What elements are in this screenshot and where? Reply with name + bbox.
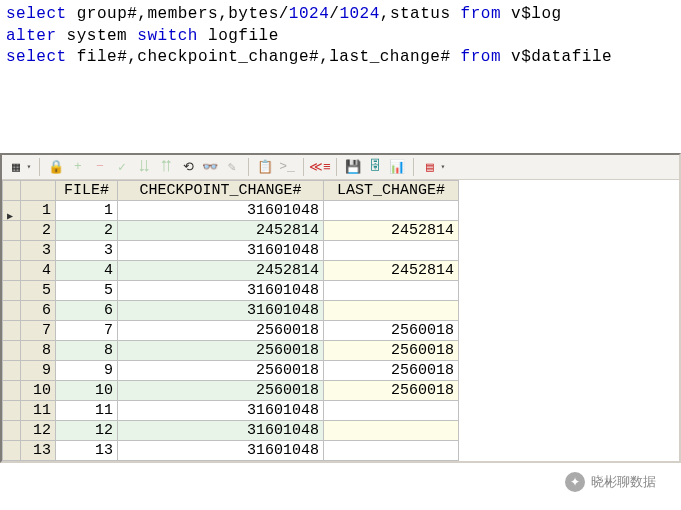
cell-file[interactable]: 11	[56, 400, 118, 420]
row-indicator	[3, 280, 21, 300]
single-record-icon[interactable]: 📋	[256, 158, 274, 176]
cell-checkpoint[interactable]: 2452814	[118, 220, 324, 240]
row-indicator	[3, 320, 21, 340]
cell-lastchange[interactable]	[324, 240, 459, 260]
row-indicator: ▶	[3, 200, 21, 220]
cell-lastchange[interactable]	[324, 300, 459, 320]
row-number: 5	[21, 280, 56, 300]
cell-file[interactable]: 5	[56, 280, 118, 300]
row-number: 7	[21, 320, 56, 340]
chart-icon[interactable]: 📊	[388, 158, 406, 176]
results-panel: ▦▾ 🔒 + − ✓ ⮇ ⮅ ⟲ 👓 ✎ 📋 >_ ≪≡ 💾 🗄 📊 ▤▾ FI…	[0, 153, 681, 463]
row-indicator	[3, 220, 21, 240]
list-icon[interactable]: ▤	[421, 158, 439, 176]
table-row[interactable]: 121231601048	[3, 420, 459, 440]
row-number: 11	[21, 400, 56, 420]
fetch-all-icon: ⮅	[157, 158, 175, 176]
row-indicator	[3, 260, 21, 280]
cell-checkpoint[interactable]: 31601048	[118, 280, 324, 300]
cell-file[interactable]: 12	[56, 420, 118, 440]
cell-checkpoint[interactable]: 31601048	[118, 240, 324, 260]
row-indicator	[3, 300, 21, 320]
cell-lastchange[interactable]	[324, 420, 459, 440]
row-number: 10	[21, 380, 56, 400]
cell-file[interactable]: 4	[56, 260, 118, 280]
table-row[interactable]: 3331601048	[3, 240, 459, 260]
table-row[interactable]: 2224528142452814	[3, 220, 459, 240]
query-by-example-icon[interactable]: 👓	[201, 158, 219, 176]
table-row[interactable]: 4424528142452814	[3, 260, 459, 280]
table-row[interactable]: 6631601048	[3, 300, 459, 320]
commit-icon: ✓	[113, 158, 131, 176]
sql-editor[interactable]: select group#,members,bytes/1024/1024,st…	[0, 0, 681, 73]
cell-lastchange[interactable]: 2560018	[324, 340, 459, 360]
row-number: 2	[21, 220, 56, 240]
cell-file[interactable]: 13	[56, 440, 118, 460]
cell-checkpoint[interactable]: 31601048	[118, 300, 324, 320]
cell-lastchange[interactable]: 2560018	[324, 320, 459, 340]
cell-checkpoint[interactable]: 31601048	[118, 440, 324, 460]
column-header-lastchange[interactable]: LAST_CHANGE#	[324, 180, 459, 200]
cell-lastchange[interactable]	[324, 280, 459, 300]
table-row[interactable]: 101025600182560018	[3, 380, 459, 400]
linked-query-icon[interactable]: ≪≡	[311, 158, 329, 176]
row-number: 6	[21, 300, 56, 320]
add-row-icon: +	[69, 158, 87, 176]
grid-mode-dropdown[interactable]: ▾	[26, 158, 32, 176]
cell-file[interactable]: 2	[56, 220, 118, 240]
cell-checkpoint[interactable]: 2560018	[118, 380, 324, 400]
cell-lastchange[interactable]	[324, 400, 459, 420]
cell-checkpoint[interactable]: 2452814	[118, 260, 324, 280]
cell-checkpoint[interactable]: 2560018	[118, 340, 324, 360]
table-row[interactable]: 5531601048	[3, 280, 459, 300]
table-row[interactable]: ▶1131601048	[3, 200, 459, 220]
cell-file[interactable]: 3	[56, 240, 118, 260]
cell-checkpoint[interactable]: 2560018	[118, 320, 324, 340]
row-indicator	[3, 380, 21, 400]
grid-corner	[3, 180, 21, 200]
export-icon: >_	[278, 158, 296, 176]
cell-lastchange[interactable]	[324, 440, 459, 460]
row-number: 13	[21, 440, 56, 460]
cell-lastchange[interactable]: 2452814	[324, 220, 459, 240]
cell-file[interactable]: 10	[56, 380, 118, 400]
cell-file[interactable]: 8	[56, 340, 118, 360]
watermark: ✦ 晓彬聊数据	[565, 472, 656, 492]
grid-mode-icon[interactable]: ▦	[7, 158, 25, 176]
row-number: 12	[21, 420, 56, 440]
cell-checkpoint[interactable]: 31601048	[118, 400, 324, 420]
row-indicator	[3, 240, 21, 260]
cell-checkpoint[interactable]: 31601048	[118, 200, 324, 220]
cell-file[interactable]: 7	[56, 320, 118, 340]
column-header-file[interactable]: FILE#	[56, 180, 118, 200]
fetch-next-icon: ⮇	[135, 158, 153, 176]
table-row[interactable]: 7725600182560018	[3, 320, 459, 340]
watermark-text: 晓彬聊数据	[591, 473, 656, 491]
edit-icon: ✎	[223, 158, 241, 176]
row-number: 4	[21, 260, 56, 280]
refresh-icon[interactable]: ⟲	[179, 158, 197, 176]
list-dropdown[interactable]: ▾	[440, 158, 446, 176]
cell-lastchange[interactable]: 2452814	[324, 260, 459, 280]
save-icon[interactable]: 💾	[344, 158, 362, 176]
cell-lastchange[interactable]: 2560018	[324, 380, 459, 400]
cell-checkpoint[interactable]: 2560018	[118, 360, 324, 380]
cell-file[interactable]: 1	[56, 200, 118, 220]
table-row[interactable]: 8825600182560018	[3, 340, 459, 360]
wechat-icon: ✦	[565, 472, 585, 492]
results-toolbar: ▦▾ 🔒 + − ✓ ⮇ ⮅ ⟲ 👓 ✎ 📋 >_ ≪≡ 💾 🗄 📊 ▤▾	[2, 155, 679, 180]
cell-checkpoint[interactable]: 31601048	[118, 420, 324, 440]
table-row[interactable]: 131331601048	[3, 440, 459, 460]
row-indicator	[3, 360, 21, 380]
table-row[interactable]: 111131601048	[3, 400, 459, 420]
row-number-header	[21, 180, 56, 200]
cell-file[interactable]: 6	[56, 300, 118, 320]
cell-lastchange[interactable]: 2560018	[324, 360, 459, 380]
cell-file[interactable]: 9	[56, 360, 118, 380]
results-grid[interactable]: FILE# CHECKPOINT_CHANGE# LAST_CHANGE# ▶1…	[2, 180, 459, 461]
cell-lastchange[interactable]	[324, 200, 459, 220]
db-icon[interactable]: 🗄	[366, 158, 384, 176]
table-row[interactable]: 9925600182560018	[3, 360, 459, 380]
lock-icon[interactable]: 🔒	[47, 158, 65, 176]
column-header-checkpoint[interactable]: CHECKPOINT_CHANGE#	[118, 180, 324, 200]
